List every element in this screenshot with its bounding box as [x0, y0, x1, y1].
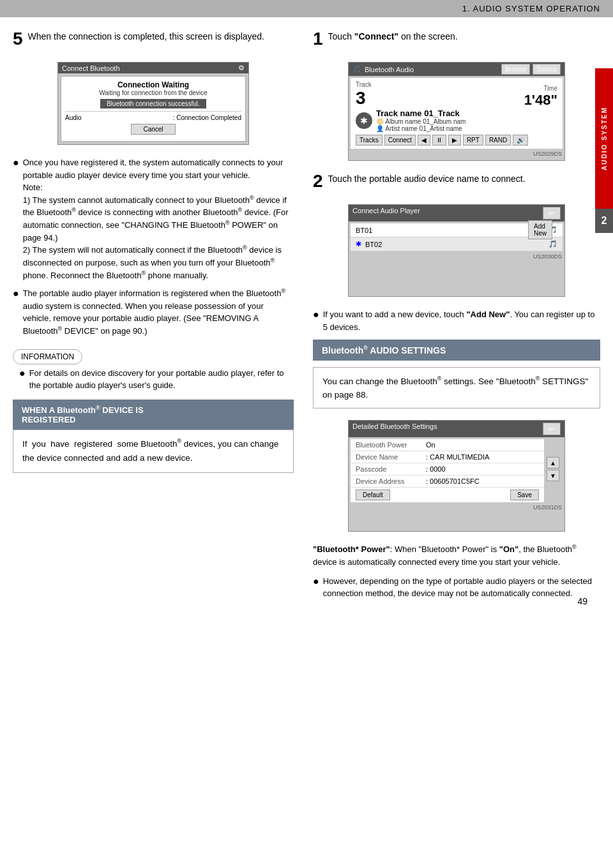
left-column: 5 When the connection is completed, this… [13, 30, 306, 606]
detailed-value-3: : 0000 [426, 465, 446, 473]
detailed-value-2: : CAR MULTIMEDIA [426, 453, 489, 461]
cancel-btn[interactable]: Cancel [131, 124, 176, 135]
step-5-block: 5 When the connection is completed, this… [13, 30, 294, 48]
bt-icon-row: ✱ Track name 01_Track 📀 Album name 01_Al… [356, 108, 557, 132]
detailed-screen-id: US2031DS [349, 504, 564, 512]
bt-audio-body: Track 3 Time 1'48" ✱ Track name 01_T [351, 78, 563, 149]
bullet-text-1: Once you have registered it, the system … [23, 156, 294, 282]
detailed-title: Detailed Bluetooth Settings ↩ [349, 421, 564, 437]
connect-audio-body: BT01 🎵 ✱ BT02 🎵 Add New [351, 223, 563, 251]
info-bullet: ● [19, 366, 26, 392]
page-number: 49 [577, 596, 587, 606]
bullet-item-1: ● Once you have registered it, the syste… [13, 156, 294, 282]
next-btn[interactable]: ▶ [448, 135, 461, 146]
detailed-row-3: Passcode : 0000 [351, 463, 544, 475]
browse-btn[interactable]: Browse [501, 64, 530, 75]
connect-bluetooth-title: Connect Bluetooth [62, 64, 120, 72]
bottom-bullet-1: ● However, depending on the type of port… [313, 575, 600, 600]
information-text: ● For details on device discovery for yo… [19, 367, 294, 392]
connect-bluetooth-screen: Connect Bluetooth ⚙ Connection Waiting W… [57, 62, 249, 145]
tracks-btn[interactable]: Tracks [356, 135, 382, 146]
scroll-buttons: ▲ ▼ [547, 457, 559, 481]
detailed-label-1: Bluetooth Power [356, 441, 426, 449]
bullet-text-2: The portable audio player information is… [23, 287, 294, 338]
track-name: Track name 01_Track [376, 108, 465, 118]
detailed-body: Bluetooth Power On Device Name : CAR MUL… [351, 439, 544, 502]
detailed-back-btn[interactable]: ↩ [543, 423, 561, 435]
screen-icon: ⚙ [238, 64, 245, 72]
track-info: Track name 01_Track 📀 Album name 01_Albu… [376, 108, 465, 132]
connect-audio-back-btn[interactable]: ↩ [543, 207, 561, 220]
info-text: For details on device discovery for your… [29, 367, 294, 392]
step-5-text: When the connection is completed, this s… [28, 30, 294, 43]
page-header: 1. AUDIO SYSTEM OPERATION [0, 0, 613, 17]
step-5-number: 5 [13, 30, 23, 48]
save-btn[interactable]: Save [510, 490, 539, 500]
connect-audio-id: US2030DS [349, 253, 564, 261]
source-btn[interactable]: Source [533, 64, 561, 75]
bt01-label: BT01 [356, 227, 372, 234]
conn-waiting: Connection Waiting [65, 80, 241, 89]
step-1-block: 1 Touch "Connect" on the screen. [313, 30, 600, 48]
screen-title-bar: Connect Bluetooth ⚙ [58, 63, 248, 73]
bt-audio-title-row: 🎵 Bluetooth Audio [352, 65, 414, 73]
scroll-down-btn[interactable]: ▼ [547, 470, 559, 481]
detailed-label-3: Passcode [356, 465, 426, 473]
bt-audio-topbar: 🎵 Bluetooth Audio Browse Source [349, 63, 564, 76]
track-label: Track [356, 81, 372, 88]
conn-row: Audio : Connection Completed [65, 111, 241, 121]
bt-audio-title: Bluetooth Audio [365, 66, 414, 73]
screen-id: US2028DS [58, 144, 248, 145]
add-new-bullet: ● [313, 307, 319, 333]
audio-label: Audio [65, 114, 82, 121]
bt-settings-highlight-box: You can change the Bluetooth® settings. … [313, 367, 600, 409]
detailed-body-wrapper: Bluetooth Power On Device Name : CAR MUL… [349, 439, 564, 502]
rpt-btn[interactable]: RPT [463, 135, 483, 146]
bt-top-buttons: Browse Source [501, 64, 561, 75]
bt-icon: ✱ [356, 240, 361, 248]
connection-completed: : Connection Completed [173, 114, 241, 121]
bt-audio-row1: Track 3 Time 1'48" [356, 81, 557, 108]
bt02-row[interactable]: ✱ BT02 🎵 [351, 237, 563, 251]
information-box-label: INFORMATION [13, 349, 82, 364]
artist-name: 👤 Artist name 01_Artist name [376, 125, 465, 132]
detailed-settings-screen: Detailed Bluetooth Settings ↩ Bluetooth … [348, 420, 565, 532]
bullet-add-new: ● If you want to add a new device, touch… [313, 308, 600, 333]
bottom-bullet-dot: ● [313, 574, 319, 600]
bt-audio-controls: Tracks Connect ◀ ⏸ ▶ RPT RAND 🔊 [356, 135, 557, 146]
prev-btn[interactable]: ◀ [418, 135, 430, 146]
detailed-value-4: : 00605701C5FC [426, 477, 480, 485]
scroll-up-btn[interactable]: ▲ [547, 457, 559, 468]
detailed-label-4: Device Address [356, 477, 426, 485]
step-2-block: 2 Touch the portable audio device name t… [313, 172, 600, 190]
connect-btn[interactable]: Connect [384, 135, 416, 146]
rand-btn[interactable]: RAND [485, 135, 511, 146]
bt-audio-screen-id: US2029DS [349, 151, 564, 158]
bottom-bullet-text: However, depending on the type of portab… [323, 575, 600, 600]
step-2-text: Touch the portable audio device name to … [328, 172, 600, 186]
bottom-bullets: ● However, depending on the type of port… [313, 575, 600, 600]
conn-sub: Waiting for connection from the device [65, 89, 241, 96]
step-2-number: 2 [313, 172, 323, 190]
add-new-btn[interactable]: Add New [528, 220, 552, 239]
detailed-row-4: Device Address : 00605701C5FC [351, 475, 544, 488]
step-1-text: Touch "Connect" on the screen. [328, 30, 600, 43]
power-text: "Bluetooth* Power": When "Bluetooth* Pow… [313, 543, 600, 568]
time-section: Time 1'48" [524, 85, 557, 108]
when-registered-box: If you have registered some Bluetooth® d… [13, 430, 294, 473]
connect-audio-title: Connect Audio Player ↩ [349, 205, 564, 221]
bullet-item-2: ● The portable audio player information … [13, 287, 294, 338]
bullet-dot-1: ● [13, 155, 19, 282]
time-value: 1'48" [524, 92, 557, 108]
bt02-label: BT02 [365, 241, 382, 248]
screen-body: Connection Waiting Waiting for connectio… [61, 76, 246, 142]
track-number: 3 [356, 88, 372, 108]
detailed-label-2: Device Name [356, 453, 426, 461]
play-pause-btn[interactable]: ⏸ [432, 135, 446, 146]
default-btn[interactable]: Default [356, 490, 390, 500]
album-name: 📀 Album name 01_Album nam [376, 118, 465, 125]
header-title: 1. AUDIO SYSTEM OPERATION [462, 4, 600, 13]
time-label: Time [524, 85, 557, 92]
bullet-dot-2: ● [13, 286, 19, 338]
vol-btn[interactable]: 🔊 [513, 135, 528, 146]
